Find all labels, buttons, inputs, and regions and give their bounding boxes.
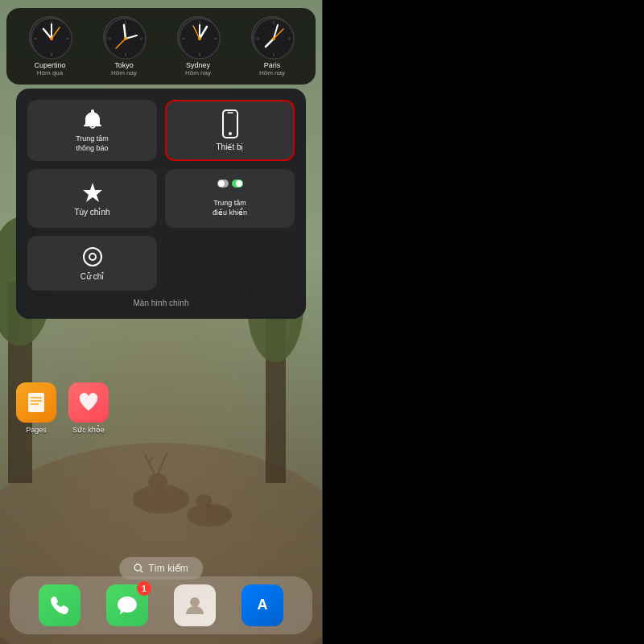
svg-point-69 xyxy=(190,597,200,607)
svg-line-11 xyxy=(149,457,153,463)
svg-rect-4 xyxy=(266,306,286,483)
svg-line-9 xyxy=(149,463,155,475)
sydney-label: Sydney xyxy=(186,61,210,69)
left-context-menu: Trung tâmthông báo Thiết bị Tùy chỉnh xyxy=(16,89,306,319)
clock-face-paris xyxy=(251,16,293,58)
left-clock-widget: Cupertino Hôm qua Tokyo H xyxy=(6,8,316,85)
svg-rect-63 xyxy=(28,393,44,412)
suckhoe-app[interactable]: Sức khỏe xyxy=(68,382,109,434)
svg-text:A: A xyxy=(258,597,268,613)
suckhoe-label: Sức khỏe xyxy=(72,426,105,434)
sydney-sub: Hôm nay xyxy=(185,69,211,76)
dock-contacts[interactable] xyxy=(174,584,216,626)
svg-rect-15 xyxy=(205,504,212,518)
trung-tam-dieu-khien-label: Trung tâmđiều khiển xyxy=(213,199,247,217)
svg-point-52 xyxy=(272,37,275,40)
svg-point-8 xyxy=(148,473,167,489)
messages-badge: 1 xyxy=(137,581,151,596)
cupertino-sub: Hôm qua xyxy=(37,69,63,76)
svg-line-13 xyxy=(163,452,167,460)
dock-phone[interactable] xyxy=(39,584,80,626)
tokyo-label: Tokyo xyxy=(114,61,134,69)
svg-point-25 xyxy=(50,37,53,40)
svg-marker-56 xyxy=(83,183,102,202)
svg-point-55 xyxy=(229,132,232,135)
notification-center-item[interactable]: Trung tâmthông báo xyxy=(27,100,157,161)
svg-point-67 xyxy=(134,564,141,571)
paris-sub: Hôm nay xyxy=(259,69,285,76)
cu-chi-label: Cử chỉ xyxy=(80,272,105,281)
clock-paris: Paris Hôm nay xyxy=(243,16,301,76)
svg-point-14 xyxy=(187,504,232,526)
svg-line-68 xyxy=(141,571,143,573)
svg-point-43 xyxy=(198,37,201,40)
dock-appstore[interactable]: A xyxy=(242,584,283,626)
clock-face-cupertino xyxy=(29,16,71,58)
left-dock: 1 A xyxy=(10,576,312,634)
man-hinh-chinh-label: Màn hình chính xyxy=(27,299,295,308)
trung-tam-dieu-khien-item[interactable]: Trung tâmđiều khiển xyxy=(165,169,295,227)
pages-label: Pages xyxy=(26,426,47,434)
thiet-bi-label: Thiết bị xyxy=(216,142,243,151)
svg-rect-7 xyxy=(155,485,163,502)
tokyo-sub: Hôm nay xyxy=(111,69,137,76)
clock-face-tokyo xyxy=(103,16,145,58)
cupertino-label: Cupertino xyxy=(34,61,65,69)
paris-label: Paris xyxy=(264,61,281,69)
svg-line-10 xyxy=(145,455,149,463)
cu-chi-item[interactable]: Cử chỉ xyxy=(27,236,157,291)
svg-line-12 xyxy=(158,460,163,475)
tuy-chinh-item[interactable]: Tùy chỉnh xyxy=(27,169,157,227)
pages-app[interactable]: Pages xyxy=(16,382,56,434)
panel-divider xyxy=(322,0,323,644)
thiet-bi-item[interactable]: Thiết bị xyxy=(165,100,295,161)
left-phone-panel: Cupertino Hôm qua Tokyo H xyxy=(0,0,322,644)
svg-point-34 xyxy=(124,37,127,40)
svg-point-58 xyxy=(218,180,225,187)
svg-point-16 xyxy=(196,494,212,507)
svg-point-6 xyxy=(133,485,189,514)
tuy-chinh-label: Tùy chỉnh xyxy=(74,208,109,217)
svg-point-60 xyxy=(236,180,242,187)
clock-sydney: Sydney Hôm nay xyxy=(169,16,227,76)
search-icon xyxy=(134,564,143,573)
clock-cupertino: Cupertino Hôm qua xyxy=(21,16,79,76)
clock-face-sydney xyxy=(177,16,219,58)
clock-tokyo: Tokyo Hôm nay xyxy=(95,16,153,76)
left-search-text: Tìm kiếm xyxy=(148,563,188,574)
svg-point-61 xyxy=(84,248,101,266)
notification-label: Trung tâmthông báo xyxy=(76,134,109,153)
svg-point-62 xyxy=(89,254,96,260)
dock-messages[interactable]: 1 xyxy=(106,584,148,626)
